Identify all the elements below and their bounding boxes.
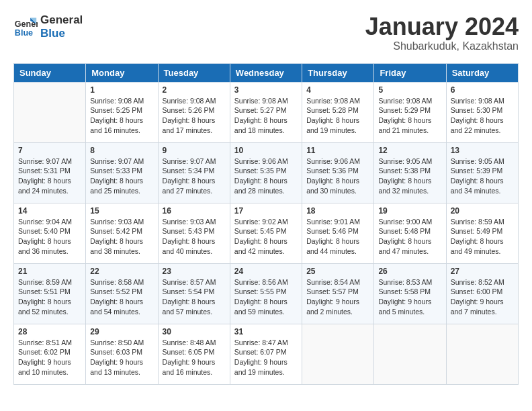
calendar-cell	[374, 324, 446, 384]
day-content: Sunrise: 9:08 AM Sunset: 5:27 PM Dayligh…	[234, 96, 298, 136]
calendar-header-row: SundayMondayTuesdayWednesdayThursdayFrid…	[14, 63, 519, 82]
calendar-week-row: 28Sunrise: 8:51 AM Sunset: 6:02 PM Dayli…	[14, 324, 519, 384]
header-monday: Monday	[86, 63, 158, 82]
calendar-week-row: 14Sunrise: 9:04 AM Sunset: 5:40 PM Dayli…	[14, 203, 519, 263]
calendar-cell: 29Sunrise: 8:50 AM Sunset: 6:03 PM Dayli…	[86, 324, 158, 384]
calendar-cell: 27Sunrise: 8:52 AM Sunset: 6:00 PM Dayli…	[446, 263, 518, 324]
day-content: Sunrise: 8:48 AM Sunset: 6:05 PM Dayligh…	[163, 338, 226, 377]
calendar-cell: 2Sunrise: 9:08 AM Sunset: 5:26 PM Daylig…	[158, 82, 230, 142]
day-content: Sunrise: 8:50 AM Sunset: 6:03 PM Dayligh…	[90, 338, 153, 377]
calendar-cell: 11Sunrise: 9:06 AM Sunset: 5:36 PM Dayli…	[302, 142, 374, 203]
day-number: 20	[451, 206, 514, 216]
day-number: 2	[163, 85, 226, 95]
calendar-cell: 20Sunrise: 8:59 AM Sunset: 5:49 PM Dayli…	[446, 203, 518, 263]
day-content: Sunrise: 8:52 AM Sunset: 6:00 PM Dayligh…	[451, 277, 514, 317]
day-number: 21	[18, 267, 81, 276]
calendar-cell: 23Sunrise: 8:57 AM Sunset: 5:54 PM Dayli…	[158, 263, 230, 324]
day-number: 30	[163, 327, 226, 336]
calendar-cell	[302, 324, 374, 384]
calendar-cell: 5Sunrise: 9:08 AM Sunset: 5:29 PM Daylig…	[374, 82, 446, 142]
day-number: 28	[18, 327, 81, 336]
calendar-cell: 10Sunrise: 9:06 AM Sunset: 5:35 PM Dayli…	[230, 142, 302, 203]
day-number: 11	[306, 146, 369, 155]
day-number: 25	[306, 267, 369, 276]
day-number: 14	[18, 206, 81, 216]
calendar-cell: 28Sunrise: 8:51 AM Sunset: 6:02 PM Dayli…	[14, 324, 86, 384]
calendar-week-row: 1Sunrise: 9:08 AM Sunset: 5:25 PM Daylig…	[14, 82, 519, 142]
day-content: Sunrise: 9:06 AM Sunset: 5:35 PM Dayligh…	[234, 156, 298, 196]
day-content: Sunrise: 9:08 AM Sunset: 5:28 PM Dayligh…	[306, 96, 369, 136]
day-number: 3	[234, 85, 298, 95]
day-number: 7	[18, 146, 81, 155]
day-content: Sunrise: 8:59 AM Sunset: 5:51 PM Dayligh…	[18, 277, 81, 317]
day-number: 6	[451, 85, 514, 95]
day-content: Sunrise: 8:58 AM Sunset: 5:52 PM Dayligh…	[90, 277, 153, 317]
day-content: Sunrise: 9:02 AM Sunset: 5:45 PM Dayligh…	[234, 217, 298, 257]
logo-icon: General Blue	[13, 15, 38, 39]
calendar-cell: 13Sunrise: 9:05 AM Sunset: 5:39 PM Dayli…	[446, 142, 518, 203]
calendar-cell: 6Sunrise: 9:08 AM Sunset: 5:30 PM Daylig…	[446, 82, 518, 142]
day-number: 8	[90, 146, 153, 155]
day-content: Sunrise: 9:08 AM Sunset: 5:29 PM Dayligh…	[378, 96, 441, 136]
calendar-cell: 3Sunrise: 9:08 AM Sunset: 5:27 PM Daylig…	[230, 82, 302, 142]
day-content: Sunrise: 9:08 AM Sunset: 5:30 PM Dayligh…	[451, 96, 514, 136]
header-saturday: Saturday	[446, 63, 518, 82]
calendar-week-row: 7Sunrise: 9:07 AM Sunset: 5:31 PM Daylig…	[14, 142, 519, 203]
day-number: 1	[90, 85, 153, 95]
day-number: 10	[234, 146, 298, 155]
day-number: 19	[378, 206, 441, 216]
logo-blue: Blue	[40, 27, 83, 40]
calendar-table: SundayMondayTuesdayWednesdayThursdayFrid…	[13, 63, 519, 385]
day-number: 22	[90, 267, 153, 276]
day-number: 23	[163, 267, 226, 276]
calendar-cell: 19Sunrise: 9:00 AM Sunset: 5:48 PM Dayli…	[374, 203, 446, 263]
calendar-cell: 14Sunrise: 9:04 AM Sunset: 5:40 PM Dayli…	[14, 203, 86, 263]
day-content: Sunrise: 8:56 AM Sunset: 5:55 PM Dayligh…	[234, 277, 298, 317]
calendar-cell: 4Sunrise: 9:08 AM Sunset: 5:28 PM Daylig…	[302, 82, 374, 142]
calendar-cell: 25Sunrise: 8:54 AM Sunset: 5:57 PM Dayli…	[302, 263, 374, 324]
header-friday: Friday	[374, 63, 446, 82]
calendar-cell: 16Sunrise: 9:03 AM Sunset: 5:43 PM Dayli…	[158, 203, 230, 263]
header-thursday: Thursday	[302, 63, 374, 82]
day-content: Sunrise: 8:47 AM Sunset: 6:07 PM Dayligh…	[234, 338, 298, 377]
calendar-cell: 17Sunrise: 9:02 AM Sunset: 5:45 PM Dayli…	[230, 203, 302, 263]
day-number: 16	[163, 206, 226, 216]
calendar-cell: 18Sunrise: 9:01 AM Sunset: 5:46 PM Dayli…	[302, 203, 374, 263]
calendar-cell: 31Sunrise: 8:47 AM Sunset: 6:07 PM Dayli…	[230, 324, 302, 384]
day-number: 5	[378, 85, 441, 95]
calendar-cell: 22Sunrise: 8:58 AM Sunset: 5:52 PM Dayli…	[86, 263, 158, 324]
day-number: 31	[234, 327, 298, 336]
header-tuesday: Tuesday	[158, 63, 230, 82]
calendar-cell	[14, 82, 86, 142]
logo: General Blue General Blue	[13, 13, 83, 41]
day-content: Sunrise: 9:00 AM Sunset: 5:48 PM Dayligh…	[378, 217, 441, 257]
day-content: Sunrise: 9:07 AM Sunset: 5:34 PM Dayligh…	[163, 156, 226, 196]
calendar-cell: 15Sunrise: 9:03 AM Sunset: 5:42 PM Dayli…	[86, 203, 158, 263]
calendar-cell: 30Sunrise: 8:48 AM Sunset: 6:05 PM Dayli…	[158, 324, 230, 384]
day-number: 17	[234, 206, 298, 216]
title-section: January 2024 Shubarkuduk, Kazakhstan	[365, 13, 519, 52]
calendar-cell: 7Sunrise: 9:07 AM Sunset: 5:31 PM Daylig…	[14, 142, 86, 203]
day-content: Sunrise: 9:01 AM Sunset: 5:46 PM Dayligh…	[306, 217, 369, 257]
day-content: Sunrise: 9:07 AM Sunset: 5:31 PM Dayligh…	[18, 156, 81, 196]
day-content: Sunrise: 8:57 AM Sunset: 5:54 PM Dayligh…	[163, 277, 226, 317]
calendar-cell	[446, 324, 518, 384]
day-content: Sunrise: 8:59 AM Sunset: 5:49 PM Dayligh…	[451, 217, 514, 257]
logo-general: General	[40, 13, 83, 27]
calendar-week-row: 21Sunrise: 8:59 AM Sunset: 5:51 PM Dayli…	[14, 263, 519, 324]
day-content: Sunrise: 9:05 AM Sunset: 5:39 PM Dayligh…	[451, 156, 514, 196]
day-number: 13	[451, 146, 514, 155]
day-content: Sunrise: 8:51 AM Sunset: 6:02 PM Dayligh…	[18, 338, 81, 377]
calendar-cell: 8Sunrise: 9:07 AM Sunset: 5:33 PM Daylig…	[86, 142, 158, 203]
calendar-cell: 26Sunrise: 8:53 AM Sunset: 5:58 PM Dayli…	[374, 263, 446, 324]
calendar-cell: 21Sunrise: 8:59 AM Sunset: 5:51 PM Dayli…	[14, 263, 86, 324]
day-content: Sunrise: 9:05 AM Sunset: 5:38 PM Dayligh…	[378, 156, 441, 196]
day-content: Sunrise: 9:06 AM Sunset: 5:36 PM Dayligh…	[306, 156, 369, 196]
day-number: 26	[378, 267, 441, 276]
page-header: General Blue General Blue January 2024 S…	[13, 13, 519, 52]
month-title: January 2024	[365, 13, 519, 40]
day-content: Sunrise: 9:03 AM Sunset: 5:42 PM Dayligh…	[90, 217, 153, 257]
day-content: Sunrise: 8:54 AM Sunset: 5:57 PM Dayligh…	[306, 277, 369, 317]
day-number: 15	[90, 206, 153, 216]
day-number: 18	[306, 206, 369, 216]
